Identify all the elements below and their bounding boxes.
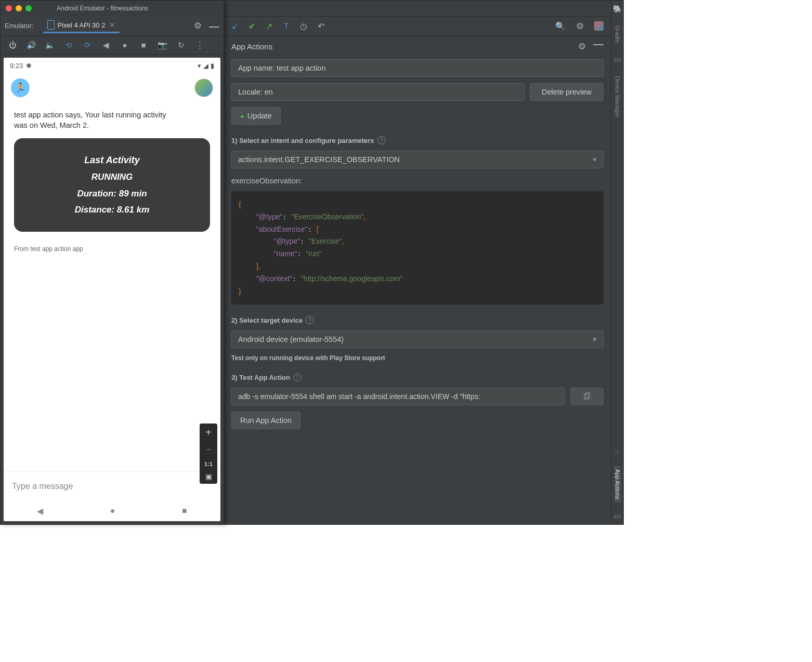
rotate-right-icon[interactable]: ⟳ <box>83 41 92 50</box>
emulator-label: Emulator: <box>5 22 34 30</box>
minimize-icon[interactable]: — <box>209 23 219 29</box>
update-button[interactable]: ● Update <box>231 107 281 125</box>
help-icon[interactable]: ? <box>306 316 314 324</box>
emulator-tab[interactable]: Pixel 4 API 30 2 ✕ <box>43 18 120 33</box>
window-traffic-lights[interactable] <box>6 5 32 11</box>
device-hint: Test only on running device with Play St… <box>231 354 604 362</box>
ide-root: Android Emulator - fitnessactions Emulat… <box>0 0 624 525</box>
ide-toolbar: ↙ ✔ ↗ ⤒ ◷ ↶ 🔍 ⚙ <box>224 16 611 36</box>
profile-icon[interactable] <box>594 21 604 31</box>
card-source-label: From test app action app <box>4 245 220 253</box>
refresh-icon[interactable]: ↻ <box>176 41 186 50</box>
commit-down-icon[interactable]: ↙ <box>231 21 238 31</box>
device-select[interactable]: Android device (emulator-5554) ▾ <box>231 330 604 348</box>
message-placeholder: Type a message <box>12 482 73 491</box>
android-navbar: ◀ ● ■ <box>4 500 220 521</box>
right-tool-rail: 🐘 Gradle ▭ Device Manager ⁘ App Actions … <box>611 1 623 524</box>
stop-icon[interactable]: ■ <box>139 41 148 50</box>
message-input[interactable]: Type a message <box>4 471 220 500</box>
step2-label: 2) Select target device ? <box>231 316 604 324</box>
app-actions-header: App Actions ⚙ — <box>224 36 611 57</box>
gear-icon[interactable]: ⚙ <box>194 20 202 31</box>
more-icon[interactable]: ⋮ <box>195 41 204 50</box>
emulator-title: Android Emulator - fitnessactions <box>57 5 148 12</box>
adb-command-field[interactable]: adb -s emulator-5554 shell am start -a a… <box>231 388 565 405</box>
back-icon[interactable]: ◀ <box>101 41 111 50</box>
step3-label: 3) Test App Action ? <box>231 373 604 381</box>
battery-icon: ▮ <box>211 62 214 70</box>
emulator-tab-name: Pixel 4 API 30 2 <box>58 21 106 29</box>
panel-minimize-icon[interactable]: — <box>593 41 604 52</box>
update-button-label: Update <box>247 112 272 120</box>
zoom-reset-button[interactable]: 1:1 <box>204 461 213 467</box>
emulator-panel: Android Emulator - fitnessactions Emulat… <box>1 1 224 524</box>
param-label: exerciseObservation: <box>231 177 604 185</box>
user-avatar[interactable] <box>194 78 213 97</box>
clock-label: 9:23 <box>10 62 23 70</box>
rail-extra-icon[interactable]: ▭ <box>614 512 621 520</box>
delete-preview-button[interactable]: Delete preview <box>530 83 604 101</box>
commit-check-icon[interactable]: ✔ <box>248 21 255 31</box>
panel-gear-icon[interactable]: ⚙ <box>578 41 586 52</box>
nav-back-icon[interactable]: ◀ <box>37 506 43 516</box>
chevron-down-icon: ▾ <box>593 335 597 343</box>
zoom-fit-button[interactable]: ▣ <box>205 472 212 481</box>
phone-wrapper: 9:23 ✱ ▾ ◢ ▮ 🏃 test app action says, You… <box>1 55 224 524</box>
card-activity-type: RUNNING <box>24 171 200 183</box>
locale-field[interactable]: Locale: en <box>231 83 525 101</box>
app-actions-body: App name: test app action Locale: en Del… <box>224 57 611 436</box>
signal-icon: ◢ <box>203 62 208 70</box>
power-icon[interactable]: ⏻ <box>8 41 17 50</box>
emulator-tabbar: Emulator: Pixel 4 API 30 2 ✕ ⚙ — <box>1 16 224 36</box>
step1-label: 1) Select an intent and configure parame… <box>231 136 604 144</box>
close-icon[interactable]: ✕ <box>109 21 115 29</box>
gradle-elephant-icon: 🐘 <box>613 5 622 13</box>
update-project-icon[interactable]: ⤒ <box>283 21 290 31</box>
bot-avatar-icon[interactable]: 🏃 <box>11 78 30 97</box>
param-json-editor[interactable]: { "@type": "ExerciseObservation", "about… <box>231 191 604 304</box>
activity-card[interactable]: Last Activity RUNNING Duration: 89 min D… <box>14 138 210 232</box>
help-icon[interactable]: ? <box>377 136 386 144</box>
phone-icon <box>47 20 55 30</box>
volume-up-icon[interactable]: 🔊 <box>27 41 36 50</box>
status-gear-icon: ✱ <box>26 62 32 70</box>
zoom-out-button[interactable]: − <box>205 444 212 456</box>
copy-button[interactable] <box>570 388 604 405</box>
ide-main: ↙ ✔ ↗ ⤒ ◷ ↶ 🔍 ⚙ App Actions ⚙ — App name… <box>224 1 611 524</box>
intent-select[interactable]: actions.intent.GET_EXERCISE_OBSERVATION … <box>231 151 604 168</box>
record-icon[interactable]: ● <box>120 41 129 50</box>
device-selected: Android device (emulator-5554) <box>238 335 344 343</box>
help-icon[interactable]: ? <box>293 373 302 381</box>
rail-app-actions[interactable]: App Actions <box>614 466 621 502</box>
ide-settings-icon[interactable]: ⚙ <box>576 21 584 32</box>
app-name-field[interactable]: App name: test app action <box>231 59 604 77</box>
run-app-action-button[interactable]: Run App Action <box>231 412 300 429</box>
copy-icon <box>583 392 591 401</box>
emulator-titlebar: Android Emulator - fitnessactions <box>1 1 224 16</box>
assistant-message: test app action says, Your last running … <box>14 110 170 131</box>
rail-gradle[interactable]: Gradle <box>614 22 621 46</box>
search-icon[interactable]: 🔍 <box>555 21 566 31</box>
zoom-in-button[interactable]: + <box>205 427 212 439</box>
rail-device-manager[interactable]: Device Manager <box>614 73 621 121</box>
panel-title: App Actions <box>231 42 272 51</box>
push-icon[interactable]: ↗ <box>266 21 272 31</box>
wifi-icon: ▾ <box>198 62 201 70</box>
card-duration: Duration: 89 min <box>24 188 200 200</box>
history-icon[interactable]: ◷ <box>300 21 307 31</box>
nav-recents-icon[interactable]: ■ <box>182 506 187 515</box>
android-status-bar: 9:23 ✱ ▾ ◢ ▮ <box>4 58 220 73</box>
undo-icon[interactable]: ↶ <box>318 21 324 31</box>
zoom-panel: + − 1:1 ▣ <box>200 423 217 484</box>
assistant-dots-icon: ⁘ <box>614 448 621 457</box>
card-title: Last Activity <box>24 154 200 167</box>
phone-screen: 9:23 ✱ ▾ ◢ ▮ 🏃 test app action says, You… <box>4 58 220 521</box>
rotate-left-icon[interactable]: ⟲ <box>64 41 73 50</box>
camera-icon[interactable]: 📷 <box>158 41 167 50</box>
emulator-toolbar: ⏻ 🔊 🔈 ⟲ ⟳ ◀ ● ■ 📷 ↻ ⋮ <box>1 36 224 55</box>
nav-home-icon[interactable]: ● <box>110 506 115 515</box>
intent-selected: actions.intent.GET_EXERCISE_OBSERVATION <box>238 155 400 164</box>
check-icon: ● <box>240 112 244 120</box>
volume-down-icon[interactable]: 🔈 <box>45 41 55 50</box>
card-distance: Distance: 8.61 km <box>24 204 200 216</box>
